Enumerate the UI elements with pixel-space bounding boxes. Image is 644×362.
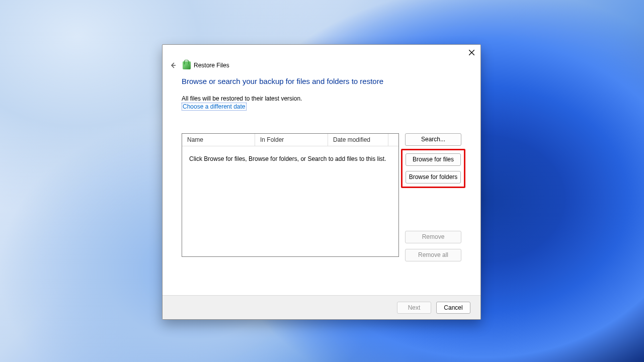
- restore-files-dialog: Restore Files Browse or search your back…: [162, 44, 481, 320]
- list-header: Name In Folder Date modified: [182, 134, 398, 146]
- file-list-panel: Name In Folder Date modified Click Brows…: [182, 133, 399, 257]
- page-headline: Browse or search your backup for files a…: [182, 77, 461, 85]
- main-row: Name In Folder Date modified Click Brows…: [182, 133, 461, 261]
- cancel-button[interactable]: Cancel: [436, 302, 470, 314]
- version-note: All files will be restored to their late…: [182, 95, 461, 103]
- window-title: Restore Files: [194, 62, 229, 69]
- column-header-in-folder[interactable]: In Folder: [255, 134, 328, 146]
- column-header-name[interactable]: Name: [182, 134, 255, 146]
- remove-button: Remove: [405, 231, 461, 243]
- lower-button-group: Remove Remove all: [405, 231, 461, 261]
- remove-all-button: Remove all: [405, 249, 461, 261]
- next-button: Next: [397, 302, 431, 314]
- column-header-date-modified[interactable]: Date modified: [328, 134, 388, 146]
- search-button[interactable]: Search...: [405, 133, 461, 146]
- highlight-annotation: Browse for files Browse for folders: [401, 149, 465, 188]
- browse-for-folders-button[interactable]: Browse for folders: [406, 171, 461, 184]
- choose-different-date-link[interactable]: Choose a different date: [182, 103, 247, 111]
- dialog-footer: Next Cancel: [163, 295, 480, 319]
- dialog-content: Browse or search your backup for files a…: [163, 74, 480, 261]
- action-button-column: Search... Browse for files Browse for fo…: [405, 133, 461, 261]
- back-arrow-icon: [170, 62, 177, 69]
- title-bar: Restore Files: [163, 45, 480, 74]
- back-button[interactable]: [169, 61, 178, 70]
- browse-for-files-button[interactable]: Browse for files: [406, 153, 461, 166]
- column-header-spacer: [388, 134, 398, 146]
- list-empty-hint: Click Browse for files, Browse for folde…: [182, 146, 398, 171]
- restore-files-icon: [183, 61, 191, 69]
